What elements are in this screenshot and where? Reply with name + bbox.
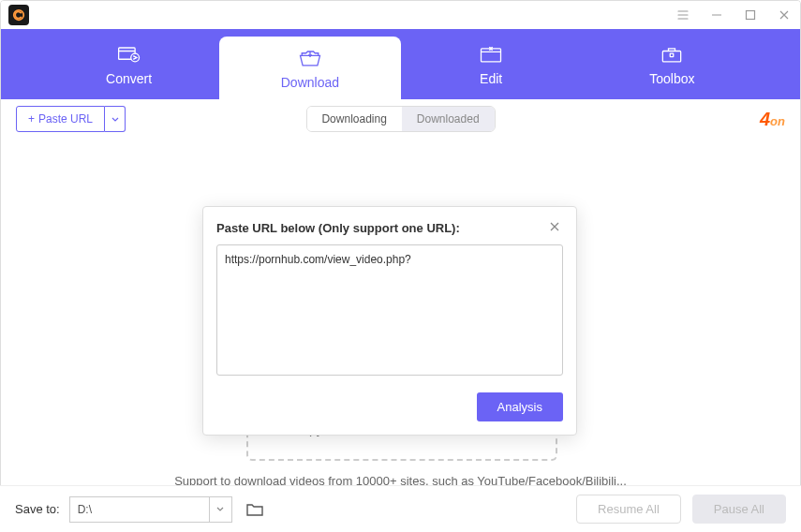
sub-tab-downloaded[interactable]: Downloaded xyxy=(402,107,495,131)
dialog-title: Paste URL below (Only support one URL): xyxy=(216,221,460,235)
toolbar-row: + Paste URL Downloading Downloaded 4on xyxy=(1,99,800,139)
app-logo xyxy=(8,5,29,25)
save-to-label: Save to: xyxy=(15,502,60,516)
svg-point-3 xyxy=(130,53,139,62)
save-path-group xyxy=(69,496,232,523)
svg-rect-1 xyxy=(747,11,755,20)
tab-toolbox-label: Toolbox xyxy=(649,71,694,86)
dialog-close-button[interactable] xyxy=(548,220,563,235)
window-controls xyxy=(675,7,793,23)
folder-icon xyxy=(245,502,264,517)
paste-url-button[interactable]: + Paste URL xyxy=(16,106,105,132)
paste-url-label: Paste URL xyxy=(38,112,93,126)
pause-all-button[interactable]: Pause All xyxy=(692,495,786,524)
maximize-icon[interactable] xyxy=(742,7,759,23)
dialog-header: Paste URL below (Only support one URL): xyxy=(216,220,563,235)
sub-tab-group: Downloading Downloaded xyxy=(305,106,495,132)
url-input[interactable] xyxy=(216,244,563,376)
plus-icon: + xyxy=(28,112,35,126)
sub-tab-downloading[interactable]: Downloading xyxy=(306,107,401,131)
minimize-icon[interactable] xyxy=(708,7,725,23)
tab-convert[interactable]: Convert xyxy=(38,29,219,99)
tab-edit-label: Edit xyxy=(480,71,502,86)
nav-tabs: Convert Download Edit Toolbox xyxy=(1,29,800,99)
svg-point-5 xyxy=(490,48,492,50)
open-folder-button[interactable] xyxy=(245,502,264,517)
brand-badge: 4on xyxy=(760,109,785,130)
paste-url-dialog: Paste URL below (Only support one URL): … xyxy=(202,206,577,436)
chevron-down-icon xyxy=(111,117,119,122)
bottom-bar: Save to: Resume All Pause All xyxy=(0,485,801,532)
tab-edit[interactable]: Edit xyxy=(401,29,582,99)
close-icon[interactable] xyxy=(776,7,793,23)
svg-rect-4 xyxy=(482,48,501,61)
tab-download-label: Download xyxy=(281,75,339,90)
svg-rect-7 xyxy=(671,53,675,57)
save-path-dropdown[interactable] xyxy=(210,496,232,523)
right-actions: Resume All Pause All xyxy=(576,495,786,524)
tab-convert-label: Convert xyxy=(106,71,152,86)
tab-toolbox[interactable]: Toolbox xyxy=(582,29,763,99)
resume-all-button[interactable]: Resume All xyxy=(576,495,681,524)
paste-url-dropdown[interactable] xyxy=(105,106,126,132)
menu-icon[interactable] xyxy=(675,7,691,23)
tab-download[interactable]: Download xyxy=(219,37,400,99)
close-icon xyxy=(548,220,561,233)
main-area: Copy URL and click here to download Supp… xyxy=(1,139,800,480)
chevron-down-icon xyxy=(216,507,224,511)
save-path-input[interactable] xyxy=(69,496,210,523)
paste-url-group: + Paste URL xyxy=(16,106,126,132)
analysis-button[interactable]: Analysis xyxy=(477,392,563,421)
dialog-footer: Analysis xyxy=(216,392,563,421)
titlebar xyxy=(1,1,800,29)
